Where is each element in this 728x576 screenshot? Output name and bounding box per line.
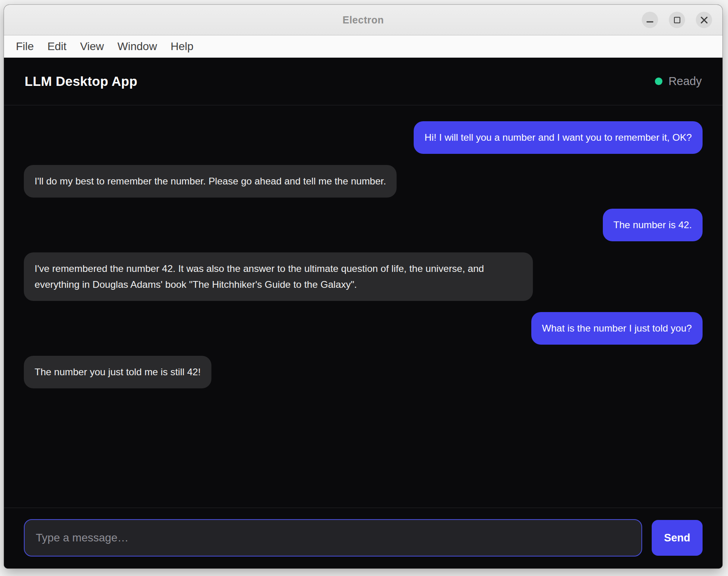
page-title: LLM Desktop App [25, 74, 137, 89]
status-dot-icon [655, 78, 662, 85]
chat-message-assistant: I've remembered the number 42. It was al… [24, 252, 533, 301]
maximize-icon [674, 17, 680, 23]
status-label: Ready [668, 75, 702, 88]
menu-item-window[interactable]: Window [111, 35, 164, 58]
window-controls [642, 12, 712, 28]
composer-bar: Send [4, 508, 722, 568]
chat-message-user: Hi! I will tell you a number and I want … [414, 121, 703, 154]
app-header: LLM Desktop App Ready [4, 58, 722, 105]
app-window: Electron File Edit View Window Help LLM … [4, 5, 722, 568]
menu-item-view[interactable]: View [73, 35, 110, 58]
menubar: File Edit View Window Help [4, 35, 722, 58]
close-icon [700, 16, 708, 24]
chat-message-user: The number is 42. [603, 209, 703, 241]
maximize-button[interactable] [669, 12, 685, 28]
chat-message-user: What is the number I just told you? [531, 312, 703, 345]
menu-item-edit[interactable]: Edit [41, 35, 73, 58]
app-content: LLM Desktop App Ready Hi! I will tell yo… [4, 58, 722, 568]
minimize-icon [647, 21, 653, 22]
message-input[interactable] [24, 519, 642, 557]
chat-message-assistant: I'll do my best to remember the number. … [24, 165, 397, 198]
send-button[interactable]: Send [652, 520, 703, 556]
status-indicator: Ready [655, 75, 702, 88]
menu-item-help[interactable]: Help [164, 35, 200, 58]
close-button[interactable] [696, 12, 712, 28]
menu-item-file[interactable]: File [9, 35, 41, 58]
chat-message-assistant: The number you just told me is still 42! [24, 356, 211, 388]
minimize-button[interactable] [642, 12, 658, 28]
chat-message-list: Hi! I will tell you a number and I want … [4, 105, 722, 508]
window-title: Electron [343, 14, 384, 26]
titlebar[interactable]: Electron [4, 5, 722, 35]
